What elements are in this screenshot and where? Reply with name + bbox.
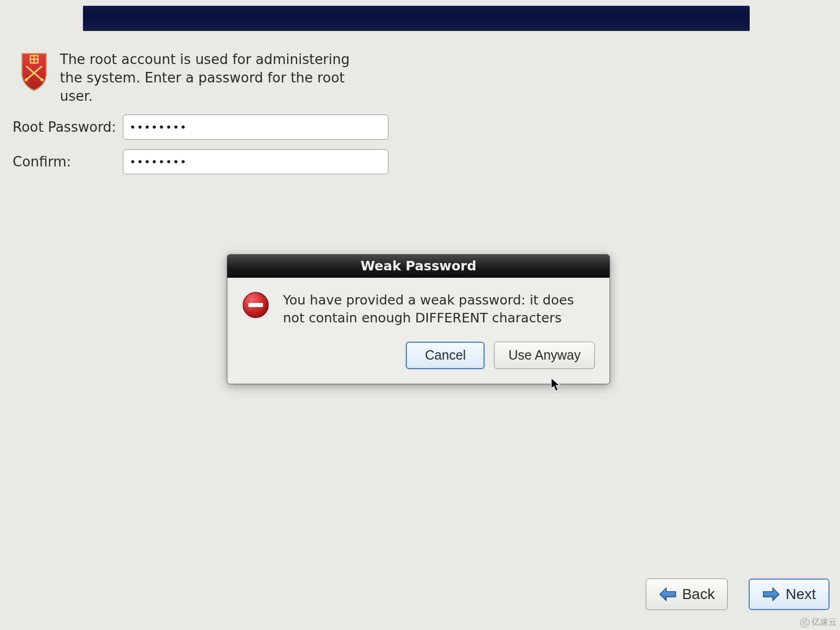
confirm-password-input[interactable]: [123, 149, 388, 174]
wizard-nav: Back Next: [646, 579, 830, 610]
dialog-title: Weak Password: [227, 255, 610, 278]
instruction-text: The root account is used for administeri…: [60, 50, 359, 106]
root-password-label: Root Password:: [13, 119, 123, 135]
arrow-left-icon: [659, 587, 677, 602]
error-icon: [242, 291, 269, 319]
shield-icon: [19, 50, 49, 92]
dialog-message: You have provided a weak password: it do…: [283, 291, 593, 327]
watermark: 亿 亿速云: [800, 617, 837, 628]
svg-rect-8: [248, 303, 263, 307]
back-button[interactable]: Back: [646, 579, 728, 610]
next-button-label: Next: [785, 586, 816, 603]
use-anyway-button[interactable]: Use Anyway: [494, 342, 595, 369]
next-button[interactable]: Next: [749, 579, 830, 610]
confirm-password-label: Confirm:: [13, 154, 123, 170]
watermark-icon: 亿: [800, 618, 810, 627]
svg-point-6: [40, 78, 44, 81]
arrow-right-icon: [762, 587, 780, 602]
password-form: Root Password: Confirm:: [13, 114, 388, 184]
cancel-button[interactable]: Cancel: [406, 342, 485, 369]
svg-point-5: [25, 78, 28, 81]
header-banner: [83, 6, 750, 31]
back-button-label: Back: [682, 586, 715, 603]
instruction-row: The root account is used for administeri…: [19, 50, 397, 106]
root-password-input[interactable]: [123, 114, 388, 140]
watermark-text: 亿速云: [812, 617, 837, 628]
weak-password-dialog: Weak Password You have provided a weak p…: [227, 254, 610, 384]
